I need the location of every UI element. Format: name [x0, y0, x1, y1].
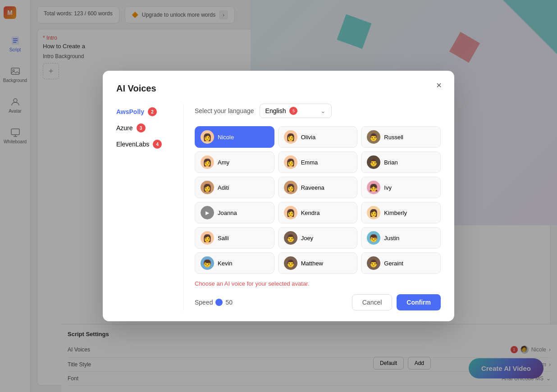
voice-avatar-nicole: 👩: [201, 130, 214, 144]
voice-card-kevin[interactable]: 👦 Kevin: [195, 252, 274, 274]
voice-card-geraint[interactable]: 👨 Geraint: [361, 252, 441, 274]
voice-name-salli: Salli: [218, 235, 229, 242]
voice-card-nicole[interactable]: 👩 Nicole: [195, 126, 274, 148]
voice-avatar-kimberly: 👩: [367, 206, 380, 219]
voice-selection-panel: Select your language English 5 ⌄ 👩 Nicol…: [184, 104, 441, 310]
voice-card-aditi[interactable]: 👩 Aditi: [195, 177, 274, 198]
modal-body: AwsPolly 2 Azure 3 ElevenLabs 4 Select y…: [116, 104, 441, 310]
voice-providers-panel: AwsPolly 2 Azure 3 ElevenLabs 4: [116, 104, 184, 310]
voice-card-joey[interactable]: 👨 Joey: [278, 227, 358, 249]
voice-avatar-raveena: 👩: [284, 181, 297, 194]
voice-card-brian[interactable]: 👨 Brian: [361, 151, 441, 173]
voice-avatar-kendra: 👩: [284, 206, 297, 219]
awspolly-badge: 2: [148, 107, 157, 116]
voice-card-amy[interactable]: 👩 Amy: [195, 151, 274, 173]
speed-label: Speed: [195, 299, 213, 306]
modal-close-button[interactable]: ×: [433, 79, 445, 91]
voice-card-matthew[interactable]: 👨 Matthew: [278, 252, 358, 274]
voice-avatar-amy: 👩: [201, 155, 214, 169]
ai-voices-modal: AI Voices × AwsPolly 2 Azure 3 ElevenLab…: [103, 71, 454, 321]
voice-name-joanna: Joanna: [218, 210, 237, 216]
confirm-button[interactable]: Confirm: [397, 294, 441, 310]
voice-avatar-ivy: 👧: [367, 181, 380, 194]
azure-badge: 3: [137, 123, 146, 132]
voice-name-ivy: Ivy: [384, 184, 392, 191]
modal-title: AI Voices: [116, 83, 441, 94]
voice-card-russell[interactable]: 👨 Russell: [361, 126, 441, 148]
voice-card-raveena[interactable]: 👩 Raveena: [278, 177, 358, 198]
voice-card-joanna[interactable]: ▶ Joanna: [195, 202, 274, 223]
language-badge: 5: [289, 107, 297, 115]
voice-name-raveena: Raveena: [301, 184, 324, 191]
modal-footer: Speed 50 Cancel Confirm: [195, 294, 441, 310]
voice-name-amy: Amy: [218, 159, 229, 166]
modal-overlay: AI Voices × AwsPolly 2 Azure 3 ElevenLab…: [0, 0, 557, 392]
voice-card-olivia[interactable]: 👩 Olivia: [278, 126, 358, 148]
voice-name-nicole: Nicole: [218, 134, 234, 141]
voice-name-joey: Joey: [301, 235, 313, 242]
language-dropdown[interactable]: English 5 ⌄: [260, 104, 332, 118]
voice-name-geraint: Geraint: [384, 260, 403, 267]
voice-grid: 👩 Nicole 👩 Olivia 👨 Russell 👩 Amy: [195, 126, 441, 274]
speed-value: 50: [225, 299, 233, 306]
cancel-button[interactable]: Cancel: [352, 294, 393, 310]
speed-controls: Speed 50: [195, 299, 233, 306]
voice-avatar-joey: 👨: [284, 231, 297, 245]
provider-azure[interactable]: Azure 3: [116, 120, 174, 136]
voice-avatar-salli: 👩: [201, 231, 214, 245]
modal-action-buttons: Cancel Confirm: [352, 294, 441, 310]
voice-avatar-geraint: 👨: [367, 256, 380, 270]
voice-card-kendra[interactable]: 👩 Kendra: [278, 202, 358, 223]
elevenlabs-badge: 4: [153, 140, 162, 149]
voice-name-aditi: Aditi: [218, 184, 229, 191]
elevenlabs-label: ElevenLabs: [116, 141, 149, 148]
voice-avatar-kevin: 👦: [201, 256, 214, 270]
voice-avatar-matthew: 👨: [284, 256, 297, 270]
voice-avatar-joanna: ▶: [201, 206, 214, 219]
language-value: English: [265, 107, 286, 114]
voice-card-kimberly[interactable]: 👩 Kimberly: [361, 202, 441, 223]
azure-label: Azure: [116, 124, 133, 132]
voice-card-justin[interactable]: 👦 Justin: [361, 227, 441, 249]
voice-avatar-russell: 👨: [367, 130, 380, 144]
language-label: Select your language: [195, 107, 254, 114]
voice-card-emma[interactable]: 👩 Emma: [278, 151, 358, 173]
provider-awspolly[interactable]: AwsPolly 2: [116, 104, 174, 120]
voice-avatar-olivia: 👩: [284, 130, 297, 144]
language-select-row: Select your language English 5 ⌄: [195, 104, 441, 118]
voice-avatar-brian: 👨: [367, 155, 380, 169]
voice-name-matthew: Matthew: [301, 260, 323, 267]
voice-card-ivy[interactable]: 👧 Ivy: [361, 177, 441, 198]
voice-name-brian: Brian: [384, 159, 397, 166]
voice-avatar-aditi: 👩: [201, 181, 214, 194]
voice-name-kendra: Kendra: [301, 210, 320, 216]
voice-name-olivia: Olivia: [301, 134, 316, 141]
voice-avatar-justin: 👦: [367, 231, 380, 245]
voice-card-salli[interactable]: 👩 Salli: [195, 227, 274, 249]
awspolly-label: AwsPolly: [116, 108, 144, 115]
chevron-down-icon: ⌄: [320, 107, 326, 114]
voice-name-emma: Emma: [301, 159, 318, 166]
voice-name-justin: Justin: [384, 235, 399, 242]
voice-avatar-emma: 👩: [284, 155, 297, 169]
voice-name-kimberly: Kimberly: [384, 210, 407, 216]
provider-elevenlabs[interactable]: ElevenLabs 4: [116, 136, 174, 152]
speed-thumb: [215, 299, 223, 306]
play-icon: ▶: [201, 206, 214, 219]
warning-text: Choose an AI voice for your selected ava…: [195, 280, 441, 287]
voice-name-russell: Russell: [384, 134, 403, 141]
voice-name-kevin: Kevin: [218, 260, 233, 267]
